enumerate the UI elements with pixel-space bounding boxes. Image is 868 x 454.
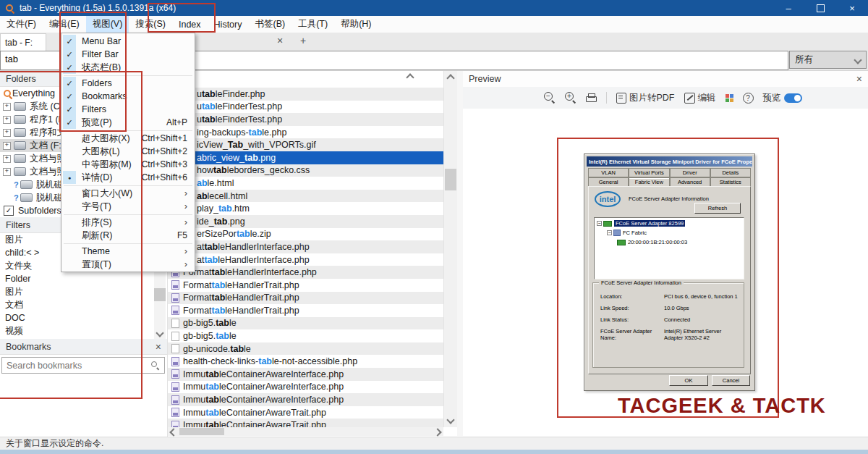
menubar-item[interactable]: 视图(V) xyxy=(86,16,129,33)
menu-item[interactable]: 中等图标(M)Ctrl+Shift+3 xyxy=(61,158,195,171)
expand-icon[interactable]: + xyxy=(3,142,11,150)
help-icon[interactable]: ? xyxy=(743,93,754,104)
file-list-horizontal-scrollbar[interactable] xyxy=(168,427,443,436)
expand-icon[interactable]: + xyxy=(3,168,11,176)
file-row[interactable]: able.html xyxy=(168,177,443,190)
menu-item[interactable]: 超大图标(X)Ctrl+Shift+1 xyxy=(61,132,195,145)
scrollbar-thumb[interactable] xyxy=(154,288,166,301)
menu-item[interactable]: 大图标(L)Ctrl+Shift+2 xyxy=(61,145,195,158)
file-row[interactable]: health-check-links-table-not-accessible.… xyxy=(168,355,443,368)
file-name-pre: u xyxy=(197,114,202,125)
print-button[interactable] xyxy=(586,93,597,103)
menu-item[interactable]: ✓Bookmarks xyxy=(61,90,195,103)
file-row[interactable]: FormattableHandlerTrait.php xyxy=(168,292,443,305)
file-row[interactable]: utableFinder.php xyxy=(168,88,443,101)
file-row[interactable]: abric_view_tab.png xyxy=(168,151,443,164)
expand-icon[interactable]: + xyxy=(3,155,11,163)
scroll-down-icon[interactable] xyxy=(156,329,163,337)
new-tab-button[interactable]: + xyxy=(300,35,306,46)
maximize-button[interactable] xyxy=(804,0,836,16)
filter-item[interactable]: 图片 xyxy=(0,285,167,298)
field-label: FCoE Server Adapter Name: xyxy=(600,328,664,341)
expand-icon[interactable]: + xyxy=(3,116,11,124)
file-row[interactable]: ImmutableContainerAwareInterface.php xyxy=(168,381,443,394)
menu-item[interactable]: 窗口大小(W)› xyxy=(61,187,195,200)
close-button[interactable]: × xyxy=(836,0,868,16)
menu-item[interactable]: ●详情(D)Ctrl+Shift+6 xyxy=(61,171,195,184)
zoom-in-button[interactable]: + xyxy=(565,92,576,104)
file-row[interactable]: ide_tab.png xyxy=(168,215,443,228)
menu-item[interactable]: ✓Folders xyxy=(61,77,195,90)
filter-item[interactable]: 视频 xyxy=(0,324,167,337)
minimize-button[interactable]: – xyxy=(773,0,804,16)
menu-item[interactable]: Theme› xyxy=(61,245,195,258)
preview-close-button[interactable]: × xyxy=(856,73,862,85)
filter-item[interactable]: Folder xyxy=(0,272,167,285)
menu-item[interactable]: 排序(S)› xyxy=(61,216,195,229)
bookmarks-close-button[interactable]: × xyxy=(156,341,161,353)
filter-item[interactable]: 文档 xyxy=(0,298,167,311)
menubar-item[interactable]: 搜索(S) xyxy=(129,16,172,33)
file-list-vertical-scrollbar[interactable] xyxy=(443,71,457,427)
filter-item[interactable]: DOC xyxy=(0,311,167,324)
menu-separator xyxy=(61,129,195,132)
menubar-item[interactable]: 工具(T) xyxy=(292,16,334,33)
apps-grid-icon[interactable] xyxy=(726,94,733,102)
file-row[interactable]: ImmutableContainerAwareTrait.php xyxy=(168,406,443,419)
file-row[interactable]: ing-backups-table.php xyxy=(168,126,443,139)
zoom-out-button[interactable]: − xyxy=(544,92,556,104)
menu-item[interactable]: ✓Filter Bar xyxy=(61,48,195,61)
file-row[interactable]: utableFinderTest.php xyxy=(168,101,443,114)
scroll-right-icon[interactable] xyxy=(433,428,441,436)
scroll-up-icon[interactable] xyxy=(446,74,454,82)
menu-item[interactable]: ✓Filters xyxy=(61,103,195,116)
file-name-pre: Format xyxy=(183,293,212,303)
menu-item[interactable]: 字号(T)› xyxy=(61,200,195,213)
menubar-item[interactable]: 帮助(H) xyxy=(334,16,378,33)
check-mark-icon xyxy=(63,245,76,258)
file-row[interactable]: gb-big5.table xyxy=(168,329,443,342)
menu-item[interactable]: ✓Menu Bar xyxy=(61,35,195,48)
file-row[interactable]: gb-unicode.table xyxy=(168,342,443,356)
preview-toggle[interactable] xyxy=(784,93,802,103)
scroll-up-icon[interactable] xyxy=(406,73,414,81)
file-row[interactable]: ImmutableContainerAwareTrait.php xyxy=(168,419,443,427)
menubar-item[interactable]: 书签(B) xyxy=(248,16,292,33)
file-row[interactable]: FormattableHandlerInterface.php xyxy=(168,266,443,279)
menu-item[interactable]: 刷新(R)F5 xyxy=(61,229,195,242)
menubar-item[interactable]: 文件(F) xyxy=(0,16,43,33)
file-row[interactable]: play_tab.htm xyxy=(168,202,443,215)
file-row[interactable]: ImmutableContainerAwareInterface.php xyxy=(168,393,443,406)
active-tab[interactable]: tab - F: xyxy=(0,33,46,51)
menubar-item[interactable]: History xyxy=(208,16,249,33)
menubar-item[interactable]: 编辑(E) xyxy=(43,16,86,33)
file-row[interactable]: icView_Tab_with_VPORTs.gif xyxy=(168,138,443,151)
file-row[interactable]: gb-big5.table xyxy=(168,317,443,330)
scrollbar-thumb[interactable] xyxy=(179,428,224,435)
tab-close-button[interactable]: × xyxy=(277,35,283,46)
file-row[interactable]: attableHandlerInterface.php xyxy=(168,253,443,266)
file-row[interactable]: erSizePortable.zip xyxy=(168,228,443,241)
image-to-pdf-button[interactable]: 图片转PDF xyxy=(616,92,675,104)
menu-item[interactable]: 置顶(T)› xyxy=(61,258,195,271)
scrollbar-thumb[interactable] xyxy=(445,169,456,190)
file-row[interactable]: FormattableHandlerTrait.php xyxy=(168,279,443,292)
file-row[interactable]: attableHandlerInterface.php xyxy=(168,240,443,253)
file-row[interactable]: ablecell.html xyxy=(168,190,443,203)
expand-icon[interactable]: + xyxy=(3,129,11,137)
bookmarks-search-input[interactable] xyxy=(2,358,164,373)
menu-item[interactable]: ✓状态栏(B) xyxy=(61,61,195,74)
menubar-item[interactable]: Index xyxy=(172,16,208,33)
expand-icon[interactable]: + xyxy=(3,103,11,111)
file-row[interactable]: FormattableHandlerTrait.php xyxy=(168,304,443,317)
file-row[interactable]: ImmutableContainerAwareInterface.php xyxy=(168,368,443,381)
file-row[interactable]: howtableborders_gecko.css xyxy=(168,164,443,177)
subfolders-checkbox[interactable]: ✓ xyxy=(4,206,14,216)
edit-button[interactable]: 编辑 xyxy=(684,92,716,104)
scroll-down-icon[interactable] xyxy=(446,416,454,424)
menu-item[interactable]: ✓预览(P)Alt+P xyxy=(61,116,195,129)
field-row: Link Status:Connected xyxy=(600,316,739,323)
filter-dropdown[interactable]: 所有 xyxy=(789,51,867,69)
file-row[interactable]: utableFinderTest.php xyxy=(168,113,443,126)
scroll-left-icon[interactable] xyxy=(169,428,177,436)
